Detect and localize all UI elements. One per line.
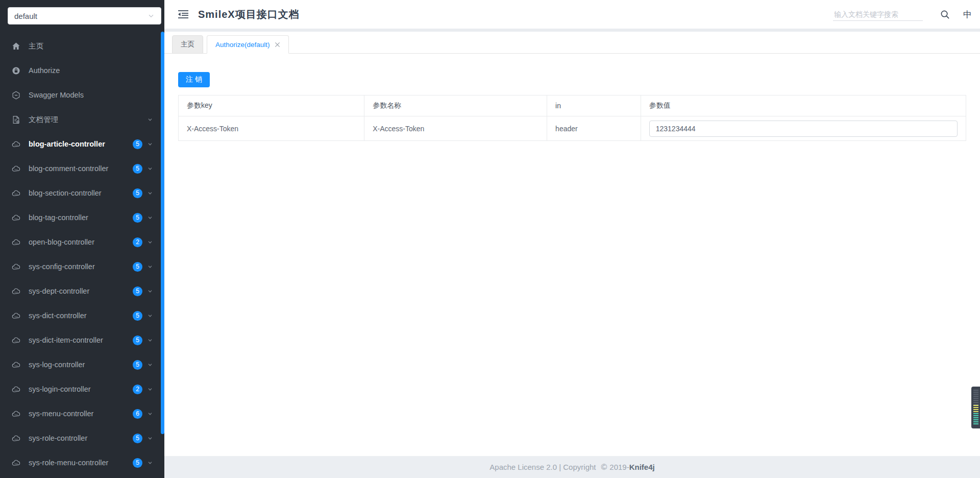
tab-authorize-default-[interactable]: Authorize(default) xyxy=(207,35,289,54)
sidebar-item-label: blog-comment-controller xyxy=(29,164,133,173)
sidebar-item-label: sys-role-menu-controller xyxy=(29,459,133,467)
api-icon xyxy=(12,361,20,369)
sidebar-item-blog-section-controller[interactable]: blog-section-controller5 xyxy=(0,181,164,205)
sidebar-item-label: sys-log-controller xyxy=(29,361,133,369)
api-icon xyxy=(12,434,20,443)
count-badge: 5 xyxy=(133,336,142,345)
count-badge: 5 xyxy=(133,360,142,370)
count-badge: 5 xyxy=(133,262,142,272)
sidebar-item-blog-comment-controller[interactable]: blog-comment-controller5 xyxy=(0,156,164,181)
chevron-down-icon xyxy=(147,313,153,319)
sidebar-item-open-blog-controller[interactable]: open-blog-controller2 xyxy=(0,230,164,254)
close-icon[interactable] xyxy=(275,42,280,47)
api-icon xyxy=(12,459,20,467)
sidebar-item-sys-role-controller[interactable]: sys-role-controller5 xyxy=(0,426,164,450)
search-icon[interactable] xyxy=(940,10,950,19)
footer: Apache License 2.0 | Copyright © 2019- K… xyxy=(164,456,980,478)
home-icon xyxy=(12,42,20,51)
sidebar-item-label: sys-config-controller xyxy=(29,262,133,271)
count-badge: 5 xyxy=(133,164,142,174)
lock-icon xyxy=(12,66,20,75)
api-icon xyxy=(12,238,20,247)
chevron-down-icon xyxy=(147,435,153,441)
sidebar-item--[interactable]: 文档管理 xyxy=(0,107,164,132)
menu-fold-icon[interactable] xyxy=(178,10,189,19)
sidebar-item-sys-login-controller[interactable]: sys-login-controller2 xyxy=(0,377,164,401)
footer-license: Apache License 2.0 | Copyright xyxy=(489,463,596,471)
chevron-down-icon xyxy=(147,460,153,466)
chevron-down-icon xyxy=(148,12,155,19)
sidebar-item-label: Authorize xyxy=(29,66,153,75)
group-select-value: default xyxy=(14,12,37,20)
sidebar-item-swagger-models[interactable]: Swagger Models xyxy=(0,83,164,107)
main-area: SmileX项目接口文档 中 主页Authorize(default) 注 销 … xyxy=(164,0,980,478)
sidebar-item-authorize[interactable]: Authorize xyxy=(0,58,164,83)
count-badge: 5 xyxy=(133,434,142,443)
api-icon xyxy=(12,213,20,222)
sidebar-item-sys-dict-item-controller[interactable]: sys-dict-item-controller5 xyxy=(0,328,164,352)
api-icon xyxy=(12,189,20,198)
sidebar-item-label: open-blog-controller xyxy=(29,238,133,246)
sidebar-item-label: sys-menu-controller xyxy=(29,410,133,418)
sidebar-item-blog-article-controller[interactable]: blog-article-controller5 xyxy=(0,132,164,156)
search-input[interactable] xyxy=(833,8,923,21)
chevron-down-icon xyxy=(147,411,153,417)
chevron-down-icon xyxy=(147,165,153,172)
sidebar-item-sys-menu-controller[interactable]: sys-menu-controller6 xyxy=(0,401,164,426)
chevron-down-icon xyxy=(147,362,153,368)
sidebar-item-label: sys-dept-controller xyxy=(29,287,133,295)
param-key-cell: X-Access-Token xyxy=(179,116,364,141)
table-header-cell: 参数名称 xyxy=(364,95,547,116)
count-badge: 5 xyxy=(133,188,142,198)
tab-strip: 主页Authorize(default) xyxy=(164,32,980,54)
app-root: default 主页AuthorizeSwagger Models文档管理blo… xyxy=(0,0,980,478)
logout-button[interactable]: 注 销 xyxy=(178,72,210,87)
sidebar-item-sys-log-controller[interactable]: sys-log-controller5 xyxy=(0,352,164,377)
tab-label: 主页 xyxy=(181,40,194,49)
sidebar-item-blog-tag-controller[interactable]: blog-tag-controller5 xyxy=(0,205,164,230)
sidebar-item-sys-role-menu-controller[interactable]: sys-role-menu-controller5 xyxy=(0,450,164,475)
sidebar-item-label: 文档管理 xyxy=(29,115,147,125)
sidebar-item-sys-config-controller[interactable]: sys-config-controller5 xyxy=(0,254,164,279)
chevron-down-icon xyxy=(147,386,153,392)
language-toggle-icon[interactable]: 中 xyxy=(963,10,972,19)
table-header-cell: in xyxy=(547,95,641,116)
chevron-down-icon xyxy=(147,190,153,196)
table-row: X-Access-TokenX-Access-Tokenheader xyxy=(179,116,966,141)
api-icon xyxy=(12,262,20,271)
api-icon xyxy=(12,140,20,149)
sidebar: default 主页AuthorizeSwagger Models文档管理blo… xyxy=(0,0,164,478)
sidebar-item-label: sys-dict-item-controller xyxy=(29,336,133,344)
count-badge: 5 xyxy=(133,311,142,321)
sidebar-item-sys-dept-controller[interactable]: sys-dept-controller5 xyxy=(0,279,164,303)
header: SmileX项目接口文档 中 xyxy=(164,0,980,29)
tab--[interactable]: 主页 xyxy=(172,35,203,54)
api-icon xyxy=(12,164,20,173)
minimap-stripes-yellow xyxy=(973,405,978,413)
sidebar-item-label: blog-article-controller xyxy=(29,140,133,148)
sidebar-item-sys-dict-controller[interactable]: sys-dict-controller5 xyxy=(0,303,164,328)
sidebar-item-label: Swagger Models xyxy=(29,91,153,99)
count-badge: 2 xyxy=(133,385,142,394)
param-value-input[interactable] xyxy=(649,121,958,137)
minimap-stripes-teal xyxy=(973,413,978,425)
count-badge: 6 xyxy=(133,409,142,419)
table-header-cell: 参数值 xyxy=(641,95,966,116)
sidebar-scrollbar-thumb[interactable] xyxy=(161,32,164,434)
extension-minimap-widget[interactable] xyxy=(971,387,980,428)
sidebar-item-label: sys-dict-controller xyxy=(29,312,133,320)
sidebar-item-label: blog-tag-controller xyxy=(29,213,133,222)
param-in-cell: header xyxy=(547,116,641,141)
api-icon xyxy=(12,410,20,418)
count-badge: 5 xyxy=(133,213,142,223)
sidebar-item--[interactable]: 主页 xyxy=(0,34,164,58)
param-name-cell: X-Access-Token xyxy=(364,116,547,141)
sidebar-item-label: 主页 xyxy=(29,41,153,51)
group-select[interactable]: default xyxy=(8,7,161,25)
header-right: 中 xyxy=(833,8,972,21)
sidebar-item-label: blog-section-controller xyxy=(29,189,133,197)
chevron-down-icon xyxy=(147,214,153,221)
chevron-down-icon xyxy=(147,239,153,245)
copyright-icon: © xyxy=(601,463,607,472)
table-header-cell: 参数key xyxy=(179,95,364,116)
